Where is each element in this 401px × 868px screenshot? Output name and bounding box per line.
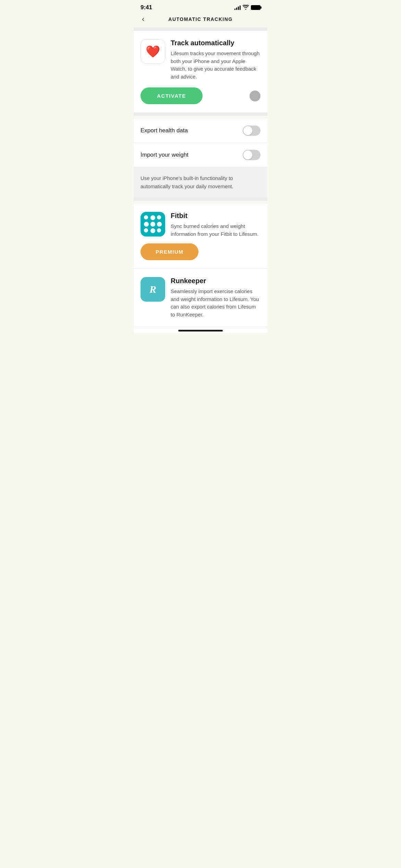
fitbit-dots-grid (141, 212, 165, 237)
home-indicator (134, 327, 267, 333)
heart-icon: ❤️ (146, 45, 160, 58)
runkeeper-header: R Runkeeper Seamlessly import exercise c… (141, 277, 260, 318)
toggle-section: Export health data Import your weight Us… (134, 119, 267, 197)
nav-header: ‹ AUTOMATIC TRACKING (134, 14, 267, 27)
runkeeper-logo-text: R (149, 284, 156, 295)
fitbit-integration: Fitbit Sync burned calories and weight i… (134, 204, 267, 269)
section-divider-top (134, 27, 267, 31)
fitbit-dot (144, 215, 148, 219)
fitbit-dot (157, 215, 161, 219)
export-health-row: Export health data (134, 119, 267, 143)
track-content: Track automatically Lifesum tracks your … (171, 39, 260, 81)
wifi-icon (243, 5, 249, 11)
import-weight-toggle[interactable] (243, 150, 260, 160)
status-icons (234, 5, 260, 11)
fitbit-header: Fitbit Sync burned calories and weight i… (141, 212, 260, 238)
fitbit-content: Fitbit Sync burned calories and weight i… (171, 212, 260, 238)
status-time: 9:41 (141, 4, 152, 11)
fitbit-dot (144, 228, 148, 232)
track-section: ❤️ Track automatically Lifesum tracks yo… (134, 31, 267, 112)
home-bar (178, 330, 223, 331)
fitbit-icon (141, 212, 165, 237)
health-app-icon: ❤️ (141, 39, 165, 64)
track-title: Track automatically (171, 39, 260, 47)
page-title: AUTOMATIC TRACKING (168, 16, 232, 22)
import-weight-label: Import your weight (141, 152, 189, 158)
fitbit-dot (150, 222, 155, 227)
fitbit-premium-button[interactable]: PREMIUM (141, 243, 198, 260)
runkeeper-content: Runkeeper Seamlessly import exercise cal… (171, 277, 260, 318)
runkeeper-title: Runkeeper (171, 277, 260, 285)
back-button[interactable]: ‹ (141, 13, 146, 25)
runkeeper-description: Seamlessly import exercise calories and … (171, 288, 260, 318)
integration-section: Fitbit Sync burned calories and weight i… (134, 204, 267, 327)
fitbit-description: Sync burned calories and weight informat… (171, 222, 260, 238)
runkeeper-integration: R Runkeeper Seamlessly import exercise c… (134, 269, 267, 327)
import-description-text: Use your iPhone's built-in functionality… (141, 174, 260, 191)
export-health-toggle[interactable] (243, 125, 260, 136)
signal-icon (234, 5, 241, 10)
import-weight-row: Import your weight (134, 143, 267, 167)
fitbit-title: Fitbit (171, 212, 260, 220)
fitbit-dot (150, 215, 155, 220)
runkeeper-icon: R (141, 277, 165, 302)
section-divider-2 (134, 112, 267, 116)
fitbit-dot (144, 222, 149, 227)
track-toggle-indicator (250, 91, 260, 101)
fitbit-dot (150, 228, 155, 233)
battery-icon (251, 5, 260, 10)
track-description: Lifesum tracks your movement through bot… (171, 50, 260, 81)
fitbit-dot (157, 228, 161, 232)
fitbit-dot (157, 222, 162, 227)
export-health-label: Export health data (141, 127, 188, 134)
track-actions: ACTIVATE (141, 87, 260, 104)
track-header: ❤️ Track automatically Lifesum tracks yo… (141, 39, 260, 81)
section-divider-3 (134, 197, 267, 201)
activate-button[interactable]: ACTIVATE (141, 87, 203, 104)
status-bar: 9:41 (134, 0, 267, 14)
import-description-box: Use your iPhone's built-in functionality… (134, 167, 267, 197)
